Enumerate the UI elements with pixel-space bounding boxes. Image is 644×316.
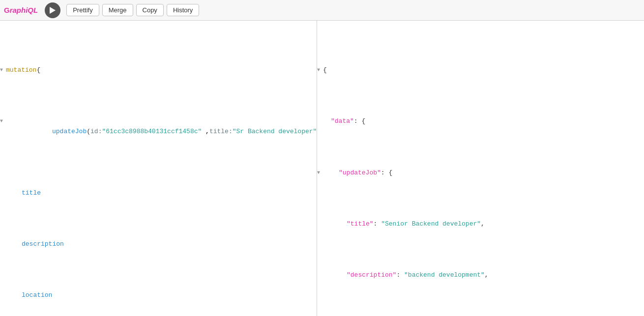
query-code: ▼ mutation{ ▼ updateJob(id:"61cc3c8988b4…	[0, 21, 317, 316]
collapse-arrow[interactable]: ▼	[317, 168, 323, 177]
app-title: GraphiQL	[4, 6, 38, 14]
response-code: ▼ { "data": { ▼ "updateJob": { "title": …	[317, 21, 644, 316]
query-editor[interactable]: ▼ mutation{ ▼ updateJob(id:"61cc3c8988b4…	[0, 21, 317, 316]
main-content: ▼ mutation{ ▼ updateJob(id:"61cc3c8988b4…	[0, 21, 644, 316]
copy-button[interactable]: Copy	[136, 4, 164, 16]
history-button[interactable]: History	[167, 4, 199, 16]
toolbar: GraphiQL Prettify Merge Copy History	[0, 0, 644, 21]
merge-button[interactable]: Merge	[102, 4, 133, 16]
collapse-arrow[interactable]: ▼	[0, 116, 6, 125]
code-line: location	[0, 290, 317, 301]
response-panel[interactable]: ▼ { "data": { ▼ "updateJob": { "title": …	[317, 21, 644, 316]
json-line: "description": "backend development",	[317, 270, 644, 281]
json-line: "data": {	[317, 116, 644, 127]
json-line: ▼ "updateJob": {	[317, 168, 644, 178]
code-line: ▼ updateJob(id:"61cc3c8988b40131ccf1458c…	[0, 116, 317, 147]
json-line: "title": "Senior Backend developer",	[317, 219, 644, 230]
prettify-button[interactable]: Prettify	[66, 4, 99, 16]
code-line: ▼ mutation{	[0, 65, 317, 76]
json-line: ▼ {	[317, 65, 644, 76]
code-line: description	[0, 239, 317, 250]
svg-marker-0	[50, 7, 56, 14]
collapse-arrow[interactable]: ▼	[0, 65, 6, 74]
collapse-arrow[interactable]: ▼	[317, 65, 323, 74]
code-line: title	[0, 188, 317, 199]
execute-button[interactable]	[45, 2, 60, 18]
